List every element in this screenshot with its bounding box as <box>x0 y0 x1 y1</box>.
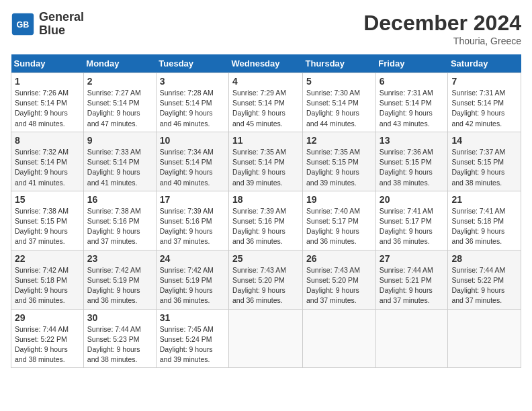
calendar-week-row: 8Sunrise: 7:32 AM Sunset: 5:14 PM Daylig… <box>11 132 521 191</box>
day-number: 12 <box>306 135 372 146</box>
calendar-day-cell: 24Sunrise: 7:42 AM Sunset: 5:19 PM Dayli… <box>156 250 228 309</box>
calendar-body: 1Sunrise: 7:26 AM Sunset: 5:14 PM Daylig… <box>11 73 521 368</box>
day-info: Sunrise: 7:38 AM Sunset: 5:15 PM Dayligh… <box>15 206 80 247</box>
calendar-day-cell: 14Sunrise: 7:37 AM Sunset: 5:15 PM Dayli… <box>448 132 521 191</box>
calendar-day-cell: 19Sunrise: 7:40 AM Sunset: 5:17 PM Dayli… <box>303 191 376 250</box>
day-info: Sunrise: 7:43 AM Sunset: 5:20 PM Dayligh… <box>306 265 372 306</box>
logo-icon: GB <box>11 12 35 36</box>
day-number: 18 <box>232 194 299 205</box>
day-number: 8 <box>15 135 80 146</box>
day-info: Sunrise: 7:45 AM Sunset: 5:24 PM Dayligh… <box>160 324 225 365</box>
day-info: Sunrise: 7:38 AM Sunset: 5:16 PM Dayligh… <box>87 206 152 247</box>
day-info: Sunrise: 7:32 AM Sunset: 5:14 PM Dayligh… <box>15 147 80 188</box>
day-info: Sunrise: 7:44 AM Sunset: 5:23 PM Dayligh… <box>87 324 152 365</box>
day-number: 25 <box>232 253 299 264</box>
day-info: Sunrise: 7:28 AM Sunset: 5:14 PM Dayligh… <box>160 88 225 129</box>
day-of-week-header: Saturday <box>448 54 521 73</box>
day-number: 30 <box>87 312 152 323</box>
logo-text: General Blue <box>39 11 84 38</box>
day-info: Sunrise: 7:31 AM Sunset: 5:14 PM Dayligh… <box>380 88 445 129</box>
calendar-week-row: 1Sunrise: 7:26 AM Sunset: 5:14 PM Daylig… <box>11 73 521 132</box>
day-number: 21 <box>451 194 517 205</box>
day-info: Sunrise: 7:44 AM Sunset: 5:22 PM Dayligh… <box>451 265 517 306</box>
day-info: Sunrise: 7:26 AM Sunset: 5:14 PM Dayligh… <box>15 88 80 129</box>
calendar-day-cell: 18Sunrise: 7:39 AM Sunset: 5:16 PM Dayli… <box>229 191 303 250</box>
calendar-day-cell: 3Sunrise: 7:28 AM Sunset: 5:14 PM Daylig… <box>156 73 228 132</box>
empty-cell <box>448 309 521 368</box>
empty-cell <box>303 309 376 368</box>
calendar-day-cell: 27Sunrise: 7:44 AM Sunset: 5:21 PM Dayli… <box>375 250 448 309</box>
calendar-day-cell: 1Sunrise: 7:26 AM Sunset: 5:14 PM Daylig… <box>11 73 84 132</box>
day-info: Sunrise: 7:40 AM Sunset: 5:17 PM Dayligh… <box>306 206 372 247</box>
day-number: 11 <box>232 135 299 146</box>
calendar-day-cell: 5Sunrise: 7:30 AM Sunset: 5:14 PM Daylig… <box>303 73 376 132</box>
day-info: Sunrise: 7:33 AM Sunset: 5:14 PM Dayligh… <box>87 147 152 188</box>
day-number: 17 <box>160 194 225 205</box>
title-block: December 2024 Thouria, Greece <box>363 11 521 46</box>
calendar-day-cell: 15Sunrise: 7:38 AM Sunset: 5:15 PM Dayli… <box>11 191 84 250</box>
calendar-day-cell: 8Sunrise: 7:32 AM Sunset: 5:14 PM Daylig… <box>11 132 84 191</box>
calendar-day-cell: 25Sunrise: 7:43 AM Sunset: 5:20 PM Dayli… <box>229 250 303 309</box>
day-number: 14 <box>451 135 517 146</box>
calendar-day-cell: 9Sunrise: 7:33 AM Sunset: 5:14 PM Daylig… <box>83 132 156 191</box>
calendar-week-row: 29Sunrise: 7:44 AM Sunset: 5:22 PM Dayli… <box>11 309 521 368</box>
day-number: 5 <box>306 76 372 87</box>
calendar-day-cell: 20Sunrise: 7:41 AM Sunset: 5:17 PM Dayli… <box>375 191 448 250</box>
calendar-day-cell: 16Sunrise: 7:38 AM Sunset: 5:16 PM Dayli… <box>83 191 156 250</box>
day-number: 10 <box>160 135 225 146</box>
calendar-day-cell: 31Sunrise: 7:45 AM Sunset: 5:24 PM Dayli… <box>156 309 228 368</box>
day-number: 19 <box>306 194 372 205</box>
calendar-week-row: 22Sunrise: 7:42 AM Sunset: 5:18 PM Dayli… <box>11 250 521 309</box>
day-number: 29 <box>15 312 80 323</box>
calendar-day-cell: 28Sunrise: 7:44 AM Sunset: 5:22 PM Dayli… <box>448 250 521 309</box>
calendar-day-cell: 10Sunrise: 7:34 AM Sunset: 5:14 PM Dayli… <box>156 132 228 191</box>
day-number: 15 <box>15 194 80 205</box>
day-number: 2 <box>87 76 152 87</box>
day-number: 23 <box>87 253 152 264</box>
day-info: Sunrise: 7:44 AM Sunset: 5:22 PM Dayligh… <box>15 324 80 365</box>
day-info: Sunrise: 7:42 AM Sunset: 5:18 PM Dayligh… <box>15 265 80 306</box>
day-number: 24 <box>160 253 225 264</box>
svg-text:GB: GB <box>17 20 30 30</box>
day-number: 1 <box>15 76 80 87</box>
month-title: December 2024 <box>363 11 521 36</box>
day-number: 7 <box>451 76 517 87</box>
calendar-day-cell: 11Sunrise: 7:35 AM Sunset: 5:14 PM Dayli… <box>229 132 303 191</box>
day-info: Sunrise: 7:30 AM Sunset: 5:14 PM Dayligh… <box>306 88 372 129</box>
day-info: Sunrise: 7:42 AM Sunset: 5:19 PM Dayligh… <box>87 265 152 306</box>
calendar-day-cell: 7Sunrise: 7:31 AM Sunset: 5:14 PM Daylig… <box>448 73 521 132</box>
empty-cell <box>375 309 448 368</box>
calendar-day-cell: 13Sunrise: 7:36 AM Sunset: 5:15 PM Dayli… <box>375 132 448 191</box>
day-number: 22 <box>15 253 80 264</box>
day-info: Sunrise: 7:41 AM Sunset: 5:18 PM Dayligh… <box>451 206 517 247</box>
calendar-table: SundayMondayTuesdayWednesdayThursdayFrid… <box>11 54 521 368</box>
calendar-day-cell: 12Sunrise: 7:35 AM Sunset: 5:15 PM Dayli… <box>303 132 376 191</box>
day-of-week-header: Tuesday <box>156 54 228 73</box>
calendar-day-cell: 17Sunrise: 7:39 AM Sunset: 5:16 PM Dayli… <box>156 191 228 250</box>
location-subtitle: Thouria, Greece <box>363 36 521 46</box>
calendar-day-cell: 22Sunrise: 7:42 AM Sunset: 5:18 PM Dayli… <box>11 250 84 309</box>
logo: GB General Blue <box>11 11 84 38</box>
day-number: 31 <box>160 312 225 323</box>
day-of-week-header: Thursday <box>303 54 376 73</box>
day-number: 6 <box>380 76 445 87</box>
day-number: 3 <box>160 76 225 87</box>
day-info: Sunrise: 7:39 AM Sunset: 5:16 PM Dayligh… <box>160 206 225 247</box>
day-number: 26 <box>306 253 372 264</box>
day-number: 13 <box>380 135 445 146</box>
day-info: Sunrise: 7:27 AM Sunset: 5:14 PM Dayligh… <box>87 88 152 129</box>
calendar-day-cell: 23Sunrise: 7:42 AM Sunset: 5:19 PM Dayli… <box>83 250 156 309</box>
day-info: Sunrise: 7:29 AM Sunset: 5:14 PM Dayligh… <box>232 88 299 129</box>
day-of-week-header: Wednesday <box>229 54 303 73</box>
day-number: 28 <box>451 253 517 264</box>
calendar-header-row: SundayMondayTuesdayWednesdayThursdayFrid… <box>11 54 521 73</box>
day-info: Sunrise: 7:37 AM Sunset: 5:15 PM Dayligh… <box>451 147 517 188</box>
calendar-day-cell: 21Sunrise: 7:41 AM Sunset: 5:18 PM Dayli… <box>448 191 521 250</box>
day-info: Sunrise: 7:39 AM Sunset: 5:16 PM Dayligh… <box>232 206 299 247</box>
day-number: 4 <box>232 76 299 87</box>
day-info: Sunrise: 7:41 AM Sunset: 5:17 PM Dayligh… <box>380 206 445 247</box>
day-number: 16 <box>87 194 152 205</box>
day-of-week-header: Friday <box>375 54 448 73</box>
day-info: Sunrise: 7:42 AM Sunset: 5:19 PM Dayligh… <box>160 265 225 306</box>
calendar-day-cell: 2Sunrise: 7:27 AM Sunset: 5:14 PM Daylig… <box>83 73 156 132</box>
